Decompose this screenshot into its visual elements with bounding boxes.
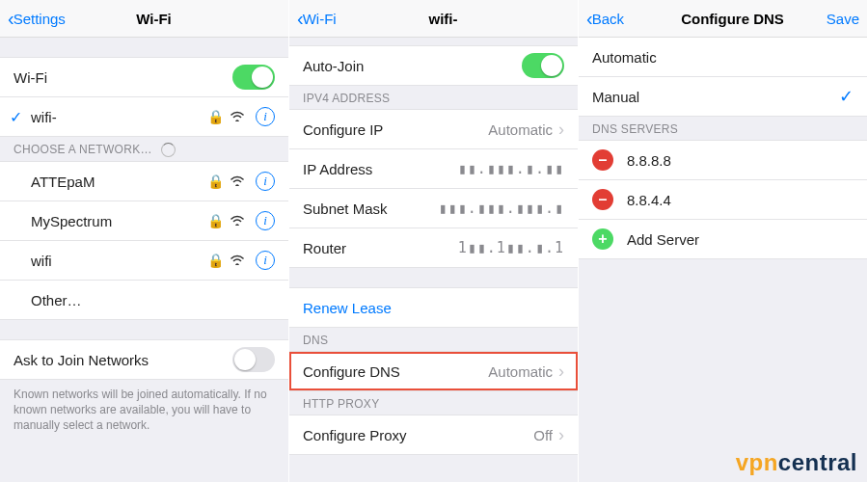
ask-footnote: Known networks will be joined automatica… xyxy=(0,380,288,441)
add-icon[interactable]: + xyxy=(592,228,613,250)
configure-dns-value: Automatic xyxy=(488,363,553,380)
wifi-icon xyxy=(230,253,245,268)
page-title: Wi-Fi xyxy=(85,11,223,27)
dns-servers-header: DNS SERVERS xyxy=(579,117,867,140)
network-name: MySpectrum xyxy=(31,213,204,229)
page-title: wifi- xyxy=(374,11,512,27)
back-label: Settings xyxy=(14,11,66,27)
configure-proxy-label: Configure Proxy xyxy=(303,427,533,443)
connected-network-name: wifi- xyxy=(31,109,204,125)
automatic-option-row[interactable]: Automatic xyxy=(579,38,867,77)
router-value: 1▮▮.1▮▮.▮.1 xyxy=(458,239,564,256)
save-button[interactable]: Save xyxy=(801,11,859,27)
chevron-right-icon: › xyxy=(558,425,564,445)
lock-icon: 🔒 xyxy=(207,213,224,228)
info-icon[interactable]: i xyxy=(256,107,275,126)
auto-join-row: Auto-Join xyxy=(289,45,578,86)
add-server-row[interactable]: + Add Server xyxy=(579,220,867,259)
back-label: Back xyxy=(592,11,624,27)
configure-ip-value: Automatic xyxy=(488,121,553,138)
network-detail-panel: ‹ Wi-Fi wifi- Auto-Join IPV4 ADDRESS Con… xyxy=(289,0,579,482)
auto-join-toggle[interactable] xyxy=(522,53,564,78)
network-row[interactable]: ATTEpaM 🔒 i xyxy=(0,161,288,201)
ipv4-header: IPV4 ADDRESS xyxy=(289,86,578,109)
network-name: wifi xyxy=(31,253,204,269)
automatic-label: Automatic xyxy=(592,49,854,66)
manual-label: Manual xyxy=(592,89,839,105)
other-network-row[interactable]: Other… xyxy=(0,281,288,320)
ask-to-join-toggle[interactable] xyxy=(232,347,275,372)
dns-server-row[interactable]: – 8.8.8.8 xyxy=(579,140,867,180)
router-label: Router xyxy=(303,240,458,256)
subnet-mask-value: ▮▮▮.▮▮▮.▮▮▮.▮ xyxy=(439,200,564,217)
ip-address-value: ▮▮.▮▮▮.▮.▮▮ xyxy=(458,160,564,177)
page-title: Configure DNS xyxy=(664,11,801,27)
network-row[interactable]: MySpectrum 🔒 i xyxy=(0,201,288,241)
wifi-icon xyxy=(230,213,245,228)
info-icon[interactable]: i xyxy=(256,211,275,230)
lock-icon: 🔒 xyxy=(207,109,224,124)
ask-to-join-row: Ask to Join Networks xyxy=(0,339,288,380)
wifi-settings-panel: ‹ Settings Wi-Fi Wi-Fi ✓ wifi- 🔒 i CHOOS… xyxy=(0,0,289,482)
dns-header: DNS xyxy=(289,328,578,351)
manual-option-row[interactable]: Manual ✓ xyxy=(579,77,867,117)
lock-icon: 🔒 xyxy=(207,253,224,268)
navbar: ‹ Wi-Fi wifi- xyxy=(289,0,578,38)
wifi-icon xyxy=(230,174,245,189)
other-label: Other… xyxy=(31,292,275,308)
configure-proxy-value: Off xyxy=(533,427,553,443)
spinner-icon xyxy=(161,143,176,157)
dns-server-value: 8.8.4.4 xyxy=(627,192,854,208)
back-button[interactable]: ‹ Settings xyxy=(8,8,85,30)
ip-address-row: IP Address ▮▮.▮▮▮.▮.▮▮ xyxy=(289,149,578,189)
back-label: Wi-Fi xyxy=(303,11,337,27)
network-name: ATTEpaM xyxy=(31,174,204,190)
router-row: Router 1▮▮.1▮▮.▮.1 xyxy=(289,228,578,268)
network-row[interactable]: wifi 🔒 i xyxy=(0,241,288,281)
dns-server-value: 8.8.8.8 xyxy=(627,152,854,169)
lock-icon: 🔒 xyxy=(207,174,224,189)
vpncentral-watermark: vpncentral xyxy=(736,449,857,476)
subnet-mask-label: Subnet Mask xyxy=(303,201,439,217)
wifi-toggle-label: Wi-Fi xyxy=(14,69,232,86)
connected-network-row[interactable]: ✓ wifi- 🔒 i xyxy=(0,97,288,137)
ip-address-label: IP Address xyxy=(303,161,458,177)
wifi-icon xyxy=(230,109,245,124)
add-server-label: Add Server xyxy=(627,231,854,248)
navbar: ‹ Back Configure DNS Save xyxy=(579,0,867,38)
delete-icon[interactable]: – xyxy=(592,149,613,171)
configure-dns-row[interactable]: Configure DNS Automatic › xyxy=(289,351,578,391)
configure-ip-row[interactable]: Configure IP Automatic › xyxy=(289,109,578,149)
ask-to-join-label: Ask to Join Networks xyxy=(14,352,232,368)
configure-dns-label: Configure DNS xyxy=(303,363,488,380)
configure-dns-panel: ‹ Back Configure DNS Save Automatic Manu… xyxy=(579,0,868,482)
auto-join-label: Auto-Join xyxy=(303,58,522,74)
navbar: ‹ Settings Wi-Fi xyxy=(0,0,288,38)
wifi-toggle-row: Wi-Fi xyxy=(0,57,288,97)
configure-ip-label: Configure IP xyxy=(303,121,488,138)
http-proxy-header: HTTP PROXY xyxy=(289,391,578,415)
wifi-toggle[interactable] xyxy=(232,65,275,90)
chevron-right-icon: › xyxy=(558,120,564,140)
configure-proxy-row[interactable]: Configure Proxy Off › xyxy=(289,415,578,455)
info-icon[interactable]: i xyxy=(256,172,275,191)
subnet-mask-row: Subnet Mask ▮▮▮.▮▮▮.▮▮▮.▮ xyxy=(289,189,578,228)
delete-icon[interactable]: – xyxy=(592,189,613,210)
choose-network-header: CHOOSE A NETWORK… xyxy=(0,137,288,161)
back-button[interactable]: ‹ Wi-Fi xyxy=(297,8,374,30)
renew-lease-row[interactable]: Renew Lease xyxy=(289,287,578,328)
checkmark-icon: ✓ xyxy=(10,108,22,126)
back-button[interactable]: ‹ Back xyxy=(586,8,664,30)
checkmark-icon: ✓ xyxy=(839,86,854,107)
chevron-right-icon: › xyxy=(558,362,564,382)
renew-lease-label: Renew Lease xyxy=(303,300,392,316)
dns-server-row[interactable]: – 8.8.4.4 xyxy=(579,180,867,220)
info-icon[interactable]: i xyxy=(256,251,275,270)
